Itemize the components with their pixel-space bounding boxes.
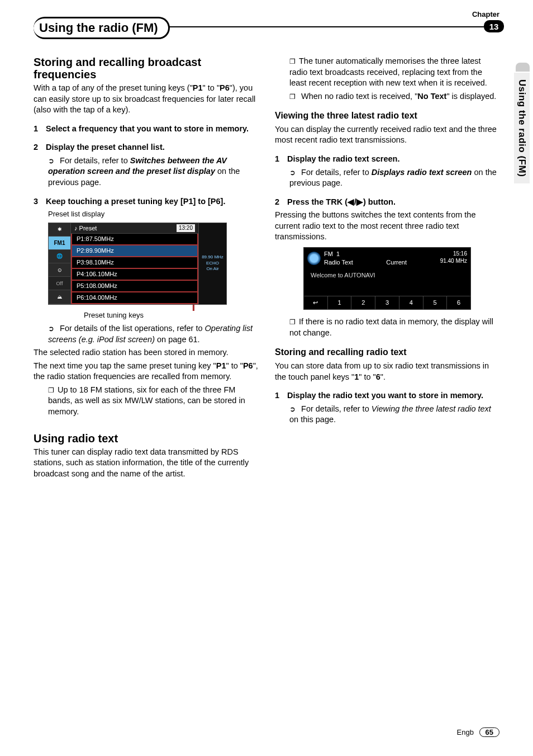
preset-slot-icon-3: ⛰ (49, 290, 70, 304)
recall-msg: The next time you tap the same preset tu… (34, 361, 258, 382)
chapter-title-a: Using the radio ( (39, 21, 136, 35)
rtext-fm: FM (324, 251, 333, 257)
preset-right-echo: ECHO (206, 261, 219, 267)
rtext-top: FM 1 Radio Text Current 15:16 91.40 MHz (304, 248, 470, 269)
chapter-title: Using the radio (FM) (34, 17, 170, 39)
storing-heading: Storing and recalling broadcast frequenc… (34, 56, 258, 81)
preset-right-onair: On Air (206, 266, 218, 272)
rtext-key-back: ↩ (304, 296, 328, 309)
page-footer: Engb 65 (457, 727, 499, 737)
rtext-num: 1 (336, 251, 340, 257)
stored-msg: The selected radio station has been stor… (34, 347, 258, 358)
rtext-msg: Welcome to AUTONAVI (304, 269, 470, 296)
right-column: The tuner automatically memorises the th… (275, 56, 499, 481)
preset-mid: ♪ Preset 13:20 P1:87.50MHz P2:89.90MHz P… (71, 223, 198, 304)
storing-rtext-heading: Storing and recalling radio text (275, 346, 499, 358)
rtext-key-1: 1 (328, 296, 352, 309)
gear-icon (307, 252, 321, 265)
rtext-time: 15:16 (440, 250, 467, 258)
preset-row-1: P1:87.50MHz (71, 234, 198, 245)
right-step-3-sub: For details, refer to Viewing the three … (275, 404, 499, 426)
right-step-2: 2Press the TRK (◀/▶) button. (275, 197, 499, 208)
preset-slot-icon-1: 🌐 (49, 250, 70, 263)
side-tab: Using the radio (FM) (514, 73, 530, 183)
step-2: 2Display the preset channel list. (34, 142, 258, 153)
memorise-note: The tuner automatically memorises the th… (275, 56, 499, 89)
step-1: 1Select a frequency that you want to sto… (34, 124, 258, 135)
preset-off-label: Off (49, 277, 70, 290)
rtext-key-2: 2 (351, 296, 375, 309)
preset-list-caption-bot: Preset tuning keys (84, 310, 258, 320)
rtext-keys: ↩ 1 2 3 4 5 6 (304, 296, 470, 309)
preset-row-6: P6:104.00MHz (71, 292, 198, 304)
right-step-3: 1Display the radio text you want to stor… (275, 390, 499, 401)
step-3: 3Keep touching a preset tuning key [P1] … (34, 196, 258, 207)
preset-list-caption-top: Preset list display (34, 209, 258, 219)
preset-row-3: P3:98.10MHz (71, 257, 198, 269)
viewing-intro: You can display the currently received r… (275, 124, 499, 146)
no-data-note: If there is no radio text data in memory… (275, 316, 499, 338)
chapter-title-fm: FM (136, 21, 154, 35)
rtext-key-3: 3 (375, 296, 399, 309)
chapter-label: Chapter (472, 10, 499, 18)
side-tab-cap (516, 63, 530, 72)
rtext-label: Radio Text (324, 258, 353, 267)
page-number: 65 (479, 727, 499, 737)
preset-list-figure: ✱ FM1 🌐 ⊙ Off ⛰ ♪ Preset 13:20 P1:87.50M… (48, 223, 227, 305)
preset-fm-label: FM1 (49, 237, 70, 250)
rtext-top-left: FM 1 Radio Text (307, 250, 353, 267)
chapter-header: Using the radio (FM) Chapter 13 (34, 17, 499, 39)
viewing-heading: Viewing the three latest radio text (275, 110, 499, 122)
bluetooth-icon: ✱ (49, 223, 70, 237)
preset-left-strip: ✱ FM1 🌐 ⊙ Off ⛰ (49, 223, 71, 304)
rtext-key-4: 4 (399, 296, 423, 309)
radio-text-figure: FM 1 Radio Text Current 15:16 91.40 MHz … (303, 247, 471, 310)
preset-right-freq: 89.90 MHz (202, 254, 223, 261)
preset-right-panel: 89.90 MHz ECHO On Air (198, 223, 226, 304)
no-text-note: When no radio text is received, "No Text… (275, 91, 499, 102)
preset-header-label: Preset (79, 225, 97, 231)
storing-intro: With a tap of any of the preset tuning k… (34, 83, 258, 116)
preset-row-5: P5:108.00MHz (71, 281, 198, 292)
rtext-current: Current (386, 258, 407, 267)
preset-time: 13:20 (177, 224, 195, 233)
rtext-freq: 91.40 MHz (440, 257, 467, 265)
content-columns: Storing and recalling broadcast frequenc… (34, 56, 499, 481)
preset-row-4: P4:106.10MHz (71, 269, 198, 281)
radio-text-heading: Using radio text (34, 432, 258, 445)
chapter-number-badge: 13 (484, 20, 504, 32)
list-op-note: For details of the list operations, refe… (34, 323, 258, 345)
chapter-title-c: ) (154, 21, 158, 35)
right-step-1: 1Display the radio text screen. (275, 154, 499, 165)
preset-slot-icon-2: ⊙ (49, 263, 70, 277)
rtext-top-right: 15:16 91.40 MHz (440, 250, 467, 267)
rtext-key-5: 5 (423, 296, 448, 309)
step-2-sub: For details, refer to Switches between t… (34, 155, 258, 188)
radio-text-intro: This tuner can display radio text data t… (34, 447, 258, 480)
rtext-top-labels: FM 1 Radio Text (324, 250, 353, 267)
footer-lang: Engb (457, 728, 474, 736)
storing-rtext-intro: You can store data from up to six radio … (275, 361, 499, 382)
right-step-2-body: Pressing the buttons switches the text c… (275, 210, 499, 243)
right-step-1-sub: For details, refer to Displays radio tex… (275, 167, 499, 189)
left-column: Storing and recalling broadcast frequenc… (34, 56, 258, 481)
fm-stations-note: Up to 18 FM stations, six for each of th… (34, 385, 258, 418)
preset-row-2: P2:89.90MHz (71, 245, 198, 257)
rtext-key-6: 6 (447, 296, 470, 309)
preset-header-row: ♪ Preset 13:20 (71, 223, 198, 234)
